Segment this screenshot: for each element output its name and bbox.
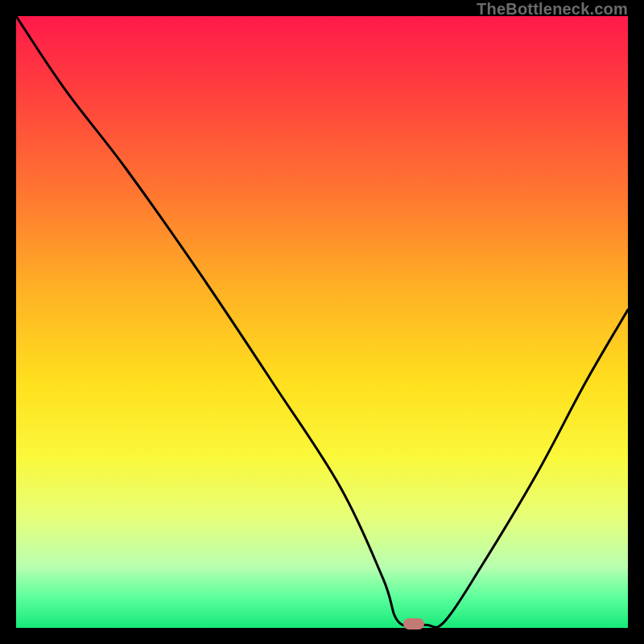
background-gradient [16,16,628,628]
plot-area [16,16,628,628]
chart-frame: TheBottleneck.com [0,0,644,644]
